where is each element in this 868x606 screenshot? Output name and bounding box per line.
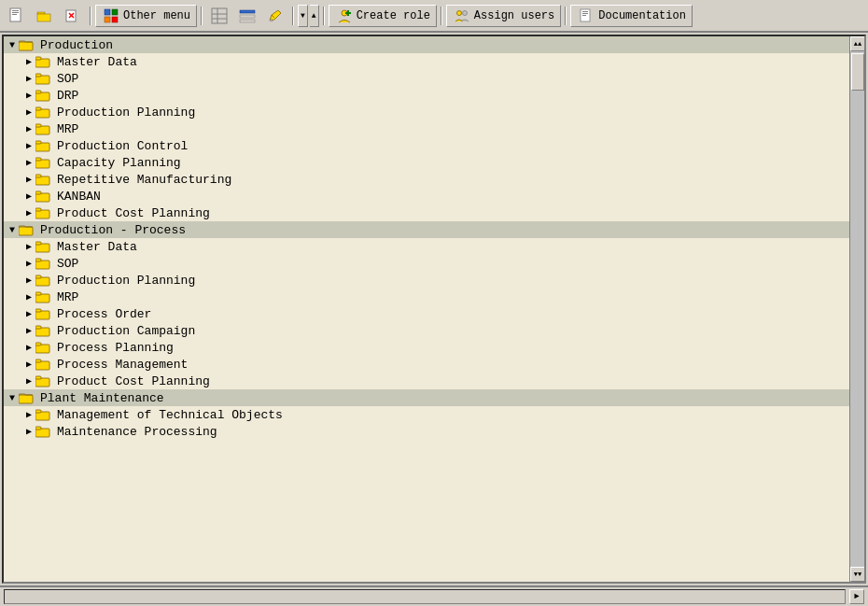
- scroll-down-button[interactable]: ▼: [850, 567, 865, 582]
- folder-icon: [35, 257, 50, 271]
- expand-icon[interactable]: ▶: [22, 122, 35, 135]
- assign-users-button[interactable]: Assign users: [446, 5, 561, 27]
- svg-rect-42: [35, 124, 41, 127]
- tree-item-sop-1[interactable]: ▶ SOP: [4, 70, 849, 87]
- expand-icon[interactable]: ▶: [22, 425, 35, 438]
- tree-item-product-cost-1[interactable]: ▶ Product Cost Planning: [4, 204, 849, 221]
- svg-rect-5: [37, 14, 50, 21]
- tree-item-mrp-2[interactable]: ▶ MRP: [4, 289, 849, 305]
- scroll-track: [850, 51, 864, 567]
- expand-icon[interactable]: ▶: [22, 408, 35, 421]
- folder-icon: [35, 307, 50, 321]
- tree-item-process-order[interactable]: ▶ Process Order: [4, 305, 849, 322]
- section-plant-maintenance-header[interactable]: ▼ Plant Maintenance: [4, 389, 849, 406]
- tree-item-kanban[interactable]: ▶ KANBAN: [4, 188, 849, 204]
- svg-rect-30: [582, 13, 588, 14]
- expand-icon[interactable]: ▶: [22, 72, 35, 85]
- create-role-label: Create role: [357, 9, 430, 22]
- product-cost-1-label: Product Cost Planning: [57, 206, 210, 220]
- tree-item-process-planning[interactable]: ▶ Process Planning: [4, 339, 849, 356]
- expand-icon[interactable]: ▶: [22, 156, 35, 169]
- capacity-planning-label: Capacity Planning: [57, 156, 181, 170]
- process-order-label: Process Order: [57, 307, 151, 321]
- other-menu-button[interactable]: Other menu: [95, 5, 197, 27]
- svg-rect-11: [105, 17, 110, 22]
- tree-item-process-management[interactable]: ▶ Process Management: [4, 356, 849, 373]
- process-planning-label: Process Planning: [57, 341, 174, 355]
- section-production-process-header[interactable]: ▼ Production - Process: [4, 221, 849, 238]
- svg-rect-32: [19, 42, 33, 50]
- documentation-icon: [577, 7, 595, 25]
- expand-icon[interactable]: ▶: [22, 55, 35, 68]
- production-campaign-label: Production Campaign: [57, 324, 195, 338]
- btn-arrow-down[interactable]: ▼: [298, 5, 308, 27]
- expand-icon[interactable]: ▶: [22, 89, 35, 102]
- expand-icon[interactable]: ▶: [22, 358, 35, 371]
- collapse-production-process-icon[interactable]: ▼: [6, 223, 19, 236]
- tree-item-production-control[interactable]: ▶ Production Control: [4, 137, 849, 154]
- tree-item-master-data-2[interactable]: ▶ Master Data: [4, 238, 849, 255]
- tree-item-capacity-planning[interactable]: ▶ Capacity Planning: [4, 154, 849, 171]
- expand-icon[interactable]: ▶: [22, 173, 35, 186]
- btn-arrow-up[interactable]: ▲: [310, 5, 319, 27]
- svg-rect-72: [19, 395, 33, 403]
- svg-rect-61: [35, 292, 41, 295]
- expand-icon[interactable]: ▶: [22, 290, 35, 303]
- create-role-button[interactable]: Create role: [329, 5, 437, 27]
- tree-item-drp-1[interactable]: ▶ DRP: [4, 87, 849, 104]
- scroll-thumb[interactable]: [851, 53, 864, 91]
- tree-item-production-planning-2[interactable]: ▶ Production Planning: [4, 272, 849, 289]
- expand-icon[interactable]: ▶: [22, 341, 35, 354]
- btn-grid2[interactable]: [234, 5, 260, 27]
- tree-item-management-technical[interactable]: ▶ Management of Technical Objects: [4, 406, 849, 423]
- section-production-header[interactable]: ▼ Production: [4, 36, 849, 53]
- collapse-plant-maintenance-icon[interactable]: ▼: [6, 391, 19, 404]
- tree-item-production-planning-1[interactable]: ▶ Production Planning: [4, 104, 849, 120]
- collapse-production-icon[interactable]: ▼: [6, 38, 19, 51]
- expand-icon[interactable]: ▶: [22, 324, 35, 337]
- production-planning-1-label: Production Planning: [57, 106, 195, 120]
- management-technical-label: Management of Technical Objects: [57, 408, 283, 422]
- svg-point-27: [462, 10, 467, 15]
- expand-icon[interactable]: ▶: [22, 307, 35, 320]
- folder-icon: [35, 206, 50, 220]
- tree-item-maintenance-processing[interactable]: ▶ Maintenance Processing: [4, 423, 849, 440]
- folder-icon: [35, 139, 50, 153]
- expand-icon[interactable]: ▶: [22, 257, 35, 270]
- separator-5: [441, 7, 442, 25]
- btn-grid1[interactable]: [206, 5, 232, 27]
- other-menu-label: Other menu: [123, 9, 190, 22]
- tree-item-sop-2[interactable]: ▶ SOP: [4, 255, 849, 272]
- production-folder-open: [19, 38, 34, 52]
- expand-icon[interactable]: ▶: [22, 139, 35, 152]
- repetitive-label: Repetitive Manufacturing: [57, 173, 231, 187]
- tree-item-master-data-1[interactable]: ▶ Master Data: [4, 53, 849, 70]
- svg-rect-52: [35, 208, 41, 211]
- btn-open[interactable]: [32, 5, 58, 27]
- status-arrow-button[interactable]: ►: [849, 589, 864, 604]
- folder-icon: [35, 290, 50, 304]
- expand-icon[interactable]: ▶: [22, 240, 35, 253]
- tree-item-mrp-1[interactable]: ▶ MRP: [4, 120, 849, 137]
- tree-item-production-campaign[interactable]: ▶ Production Campaign: [4, 322, 849, 339]
- tree-item-repetitive[interactable]: ▶ Repetitive Manufacturing: [4, 171, 849, 188]
- expand-icon[interactable]: ▶: [22, 190, 35, 203]
- documentation-button[interactable]: Documentation: [570, 5, 693, 27]
- svg-rect-4: [37, 12, 45, 14]
- pencil-icon: [266, 7, 285, 25]
- production-process-folder: [19, 223, 34, 237]
- btn-new[interactable]: [4, 5, 30, 27]
- folder-icon: [35, 374, 50, 388]
- scroll-up-button[interactable]: ▲: [850, 36, 865, 51]
- svg-rect-74: [35, 410, 41, 413]
- tree-item-product-cost-2[interactable]: ▶ Product Cost Planning: [4, 373, 849, 389]
- other-menu-icon: [102, 7, 120, 25]
- expand-icon[interactable]: ▶: [22, 106, 35, 119]
- expand-icon[interactable]: ▶: [22, 206, 35, 219]
- btn-close[interactable]: [60, 5, 86, 27]
- expand-icon[interactable]: ▶: [22, 374, 35, 388]
- expand-icon[interactable]: ▶: [22, 274, 35, 287]
- arrow-down-icon: ▼: [301, 11, 305, 20]
- btn-pencil[interactable]: [262, 5, 288, 27]
- sop-1-label: SOP: [57, 72, 78, 86]
